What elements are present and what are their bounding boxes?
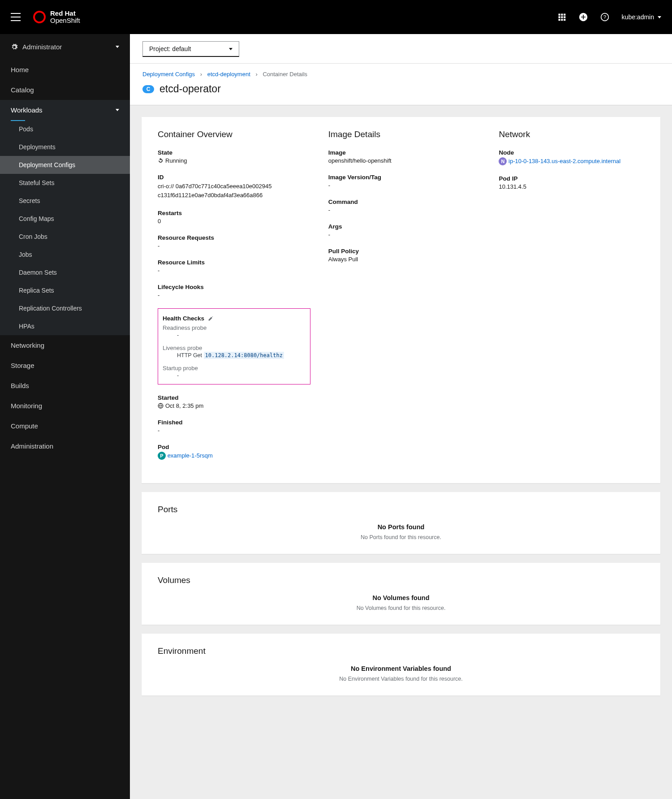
nav-replica-sets[interactable]: Replica Sets — [0, 281, 130, 299]
nav-workloads[interactable]: Workloads — [0, 100, 130, 120]
startup-probe-label: Startup probe — [163, 365, 306, 371]
nav-cron-jobs[interactable]: Cron Jobs — [0, 228, 130, 246]
nav-toggle-button[interactable] — [11, 13, 21, 21]
volumes-card: Volumes No Volumes found No Volumes foun… — [142, 563, 660, 625]
nav-deployments[interactable]: Deployments — [0, 138, 130, 156]
chevron-down-icon — [658, 16, 661, 18]
edit-icon[interactable] — [208, 315, 214, 321]
apps-launcher-icon[interactable] — [557, 13, 566, 22]
breadcrumb: Deployment Configs › etcd-deployment › C… — [142, 71, 659, 78]
volumes-empty-title: No Volumes found — [158, 594, 644, 601]
nav-stateful-sets[interactable]: Stateful Sets — [0, 174, 130, 192]
user-menu[interactable]: kube:admin — [622, 13, 661, 21]
liveness-probe-value: HTTP Get 10.128.2.14:8080/healthz — [163, 352, 306, 358]
nav-replication-controllers[interactable]: Replication Controllers — [0, 299, 130, 317]
nav-config-maps[interactable]: Config Maps — [0, 210, 130, 228]
restarts-value: 0 — [158, 218, 310, 225]
health-checks-box: Health Checks Readiness probe - Liveness… — [158, 308, 310, 384]
image-details-heading: Image Details — [328, 130, 481, 139]
nav-networking[interactable]: Networking — [0, 335, 130, 355]
brand[interactable]: Red Hat OpenShift — [33, 10, 80, 25]
volumes-empty-sub: No Volumes found for this resource. — [158, 605, 644, 611]
nav-storage[interactable]: Storage — [0, 355, 130, 376]
overview-heading: Container Overview — [158, 130, 310, 139]
redhat-logo-icon — [31, 9, 47, 25]
network-heading: Network — [499, 130, 644, 139]
readiness-probe-label: Readiness probe — [163, 324, 306, 331]
container-badge-icon: C — [142, 85, 154, 93]
project-bar: Project: default — [130, 34, 672, 64]
project-selector[interactable]: Project: default — [142, 41, 239, 57]
nav-monitoring[interactable]: Monitoring — [0, 396, 130, 416]
nav-jobs[interactable]: Jobs — [0, 246, 130, 263]
ports-empty-title: No Ports found — [158, 523, 644, 531]
masthead: Red Hat OpenShift ? kube:admin — [0, 0, 672, 34]
nav-administration[interactable]: Administration — [0, 436, 130, 456]
env-heading: Environment — [158, 646, 644, 656]
volumes-heading: Volumes — [158, 575, 644, 585]
overview-column: Container Overview State Running ID cri-… — [158, 130, 310, 470]
image-details-column: Image Details Image openshift/hello-open… — [328, 130, 481, 470]
nav-catalog[interactable]: Catalog — [0, 80, 130, 100]
sync-icon — [158, 158, 164, 164]
nav-daemon-sets[interactable]: Daemon Sets — [0, 263, 130, 281]
add-button-icon[interactable] — [579, 13, 588, 22]
workloads-subnav: Pods Deployments Deployment Configs Stat… — [0, 120, 130, 335]
nav-builds[interactable]: Builds — [0, 376, 130, 396]
pod-ip-value: 10.131.4.5 — [499, 183, 644, 190]
pod-badge-icon: P — [158, 452, 166, 460]
ports-card: Ports No Ports found No Ports found for … — [142, 492, 660, 554]
brand-text: Red Hat OpenShift — [50, 10, 80, 25]
perspective-switcher[interactable]: Administrator — [0, 34, 130, 60]
image-value: openshift/hello-openshift — [328, 157, 481, 164]
environment-card: Environment No Environment Variables fou… — [142, 634, 660, 695]
state-value: Running — [158, 157, 310, 164]
nav-hpas[interactable]: HPAs — [0, 317, 130, 335]
node-badge-icon: N — [499, 157, 507, 165]
ports-heading: Ports — [158, 505, 644, 514]
page-title: C etcd-operator — [142, 83, 659, 95]
pull-policy-value: Always Pull — [328, 256, 481, 263]
crumb-current: Container Details — [263, 71, 307, 78]
chevron-down-icon — [116, 46, 119, 48]
env-empty-sub: No Environment Variables found for this … — [158, 676, 644, 682]
chevron-down-icon — [116, 109, 119, 111]
cog-icon — [11, 43, 18, 51]
container-id: cri-o:// 0a67d70c771c40ca5eeea10e002945c… — [158, 182, 274, 200]
username: kube:admin — [622, 13, 654, 21]
pod-link[interactable]: example-1-5rsqm — [168, 452, 213, 459]
sidebar: Administrator Home Catalog Workloads Pod… — [0, 34, 130, 799]
network-column: Network Node N ip-10-0-138-143.us-east-2… — [499, 130, 644, 470]
liveness-probe-label: Liveness probe — [163, 345, 306, 351]
node-link[interactable]: ip-10-0-138-143.us-east-2.compute.intern… — [508, 158, 620, 164]
nav-compute[interactable]: Compute — [0, 416, 130, 436]
started-value: Oct 8, 2:35 pm — [158, 402, 310, 409]
nav-secrets[interactable]: Secrets — [0, 192, 130, 210]
svg-text:?: ? — [603, 14, 606, 20]
chevron-down-icon — [229, 48, 233, 50]
page-heading: Deployment Configs › etcd-deployment › C… — [130, 64, 672, 105]
crumb-deployment-configs[interactable]: Deployment Configs — [142, 71, 195, 78]
nav-pods[interactable]: Pods — [0, 120, 130, 138]
globe-icon — [158, 403, 164, 409]
container-overview-card: Container Overview State Running ID cri-… — [142, 117, 660, 483]
nav-home[interactable]: Home — [0, 60, 130, 80]
env-empty-title: No Environment Variables found — [158, 665, 644, 672]
nav-deployment-configs[interactable]: Deployment Configs — [0, 156, 130, 174]
crumb-etcd-deployment[interactable]: etcd-deployment — [207, 71, 250, 78]
help-icon[interactable]: ? — [600, 13, 609, 22]
ports-empty-sub: No Ports found for this resource. — [158, 534, 644, 540]
health-checks-heading: Health Checks — [163, 315, 306, 322]
main: Project: default Deployment Configs › et… — [130, 34, 672, 799]
